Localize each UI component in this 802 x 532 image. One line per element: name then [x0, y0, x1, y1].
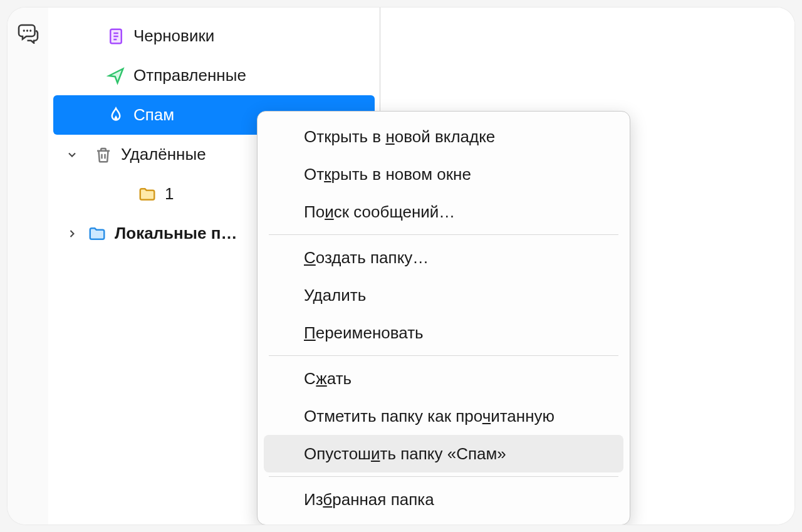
menu-open-new-tab[interactable]: Открыть в новой вкладке [258, 118, 630, 155]
menu-empty-spam[interactable]: Опустошить папку «Спам» [264, 435, 623, 472]
folder-local-label: Локальные п… [115, 224, 237, 243]
menu-open-new-window[interactable]: Открыть в новом окне [258, 155, 630, 193]
folder-icon [135, 185, 160, 204]
menu-favorite-folder[interactable]: Избранная папка [258, 481, 630, 518]
folder-sent-label: Отправленные [133, 66, 246, 85]
menu-create-folder[interactable]: Создать папку… [258, 239, 630, 276]
menu-separator [269, 355, 618, 356]
menu-delete[interactable]: Удалить [258, 276, 630, 314]
folder-spam-label: Спам [133, 105, 174, 125]
folder-drafts-label: Черновики [133, 26, 214, 46]
menu-search-messages[interactable]: Поиск сообщений… [258, 193, 630, 231]
menu-separator [269, 476, 618, 477]
trash-icon [91, 145, 116, 164]
sent-icon [103, 66, 128, 85]
chevron-down-icon[interactable] [60, 149, 85, 161]
folder-trash-label: Удалённые [121, 145, 206, 164]
menu-rename[interactable]: Переименовать [258, 314, 630, 352]
svg-point-1 [26, 29, 28, 31]
folder-drafts[interactable]: Черновики [48, 16, 380, 56]
menu-separator [269, 234, 618, 235]
spam-icon [103, 106, 128, 125]
left-rail [8, 8, 48, 524]
local-folder-icon [85, 224, 110, 243]
menu-compact[interactable]: Сжать [258, 360, 630, 397]
svg-point-2 [29, 29, 31, 31]
drafts-icon [103, 27, 128, 46]
chat-icon[interactable] [17, 21, 39, 44]
svg-point-0 [23, 29, 24, 31]
folder-sub-1-label: 1 [165, 184, 174, 204]
menu-mark-read[interactable]: Отметить папку как прочитанную [258, 397, 630, 435]
chevron-right-icon[interactable] [60, 227, 85, 240]
app-window: Черновики Отправленные [8, 8, 794, 524]
context-menu: Открыть в новой вкладке Открыть в новом … [257, 111, 630, 524]
folder-sent[interactable]: Отправленные [48, 56, 380, 95]
